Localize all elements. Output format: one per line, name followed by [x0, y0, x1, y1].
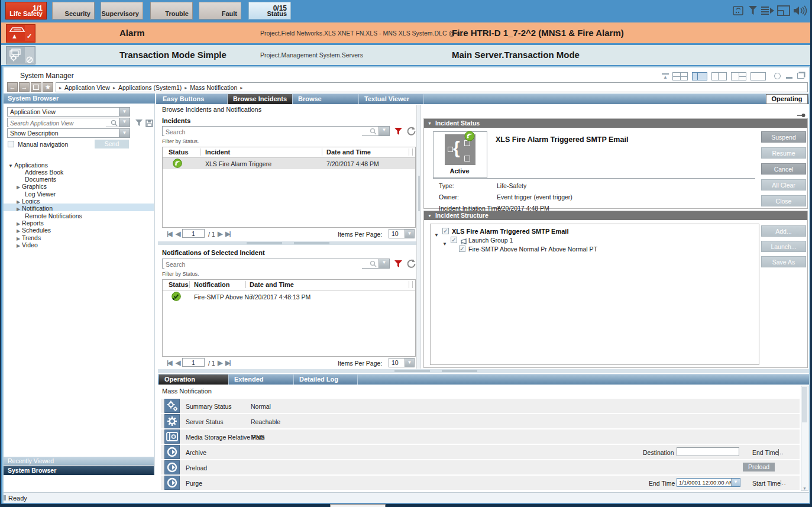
- tree-item-graphics[interactable]: Graphics: [17, 183, 47, 190]
- chevron-down-icon[interactable]: [119, 129, 130, 137]
- notifications-search[interactable]: [162, 259, 390, 269]
- tree-item-applications[interactable]: Applications: [8, 162, 48, 169]
- operating-mode-button[interactable]: Operating: [766, 94, 808, 104]
- suspend-button[interactable]: Suspend: [761, 131, 806, 143]
- layout-split-icon[interactable]: [711, 72, 727, 80]
- structure-leaf-label[interactable]: Fire-SMTP Above Normal Pr Above Normal P…: [468, 246, 597, 253]
- tree-item-reports[interactable]: Reports: [17, 219, 44, 227]
- system-browser-bar[interactable]: System Browser: [4, 466, 154, 475]
- expander-icon[interactable]: [17, 183, 20, 190]
- tab-browse-incidents[interactable]: Browse Incidents: [228, 94, 293, 104]
- table-row[interactable]: Fire-SMTP Above No: 7/20/2017 4:48:13 PM: [163, 290, 415, 302]
- structure-checkbox[interactable]: [451, 237, 457, 243]
- prev-page-icon[interactable]: [176, 230, 180, 238]
- tree-item-notification[interactable]: Notification: [17, 205, 53, 212]
- destination-input[interactable]: [677, 447, 739, 456]
- cancel-button[interactable]: Cancel: [761, 163, 806, 175]
- structure-checkbox[interactable]: [459, 246, 465, 252]
- structure-checkbox[interactable]: [442, 228, 449, 234]
- incidents-search[interactable]: [162, 126, 390, 136]
- end-time-select[interactable]: 1/1/0001 12:00:00 AM: [677, 478, 740, 487]
- description-dropdown[interactable]: Show Description: [7, 128, 130, 138]
- items-per-page-select[interactable]: 10: [389, 358, 415, 367]
- next-page-icon[interactable]: [218, 230, 222, 238]
- tree-item-documents[interactable]: Documents: [25, 176, 56, 183]
- next-page-icon[interactable]: [218, 359, 222, 367]
- chevron-down-icon[interactable]: [378, 259, 389, 268]
- layout-grid4-icon[interactable]: [672, 72, 688, 80]
- search-icon[interactable]: [111, 120, 118, 128]
- send-button[interactable]: Send: [95, 140, 129, 148]
- resume-button[interactable]: Resume: [761, 147, 806, 159]
- first-page-icon[interactable]: [167, 230, 172, 238]
- filter-active-icon[interactable]: [394, 260, 403, 271]
- prev-page-icon[interactable]: [176, 359, 180, 367]
- tree-filter-icon[interactable]: [135, 119, 143, 130]
- bottom-scrollbar[interactable]: ▼: [801, 386, 808, 491]
- alarm-banner[interactable]: ▲ ✓ Alarm Project.Field Networks.XLS XNE…: [1, 22, 810, 43]
- layout-grid2-icon[interactable]: [731, 72, 746, 80]
- incident-status-header[interactable]: Incident Status: [424, 119, 807, 128]
- chevron-down-icon[interactable]: [405, 230, 414, 238]
- launch-button[interactable]: Launch...: [761, 241, 806, 252]
- trouble-button[interactable]: Trouble: [150, 2, 193, 20]
- ellipsis-icon[interactable]: ..: [778, 449, 784, 456]
- tab-easy-buttons[interactable]: Easy Buttons: [157, 94, 228, 104]
- preload-button[interactable]: Preload: [743, 463, 775, 472]
- expander-icon[interactable]: [17, 205, 20, 212]
- event-summary-icon[interactable]: [733, 5, 746, 16]
- layout-left-pane-icon[interactable]: [692, 72, 707, 80]
- expander-icon[interactable]: [434, 228, 439, 239]
- scrollbar-thumb[interactable]: [802, 387, 807, 422]
- restore-icon[interactable]: [797, 73, 804, 79]
- search-icon[interactable]: [370, 128, 377, 136]
- tab-extended-operation[interactable]: Extended Operation: [229, 374, 294, 385]
- status-button[interactable]: 0/15 Status: [248, 2, 291, 20]
- window-layout-icon[interactable]: [777, 5, 790, 16]
- search-input[interactable]: [164, 260, 362, 269]
- table-header[interactable]: Status Notification Date and Time: [163, 280, 415, 290]
- incident-structure-header[interactable]: Incident Structure: [424, 211, 807, 220]
- tree-item-remote-notifications[interactable]: Remote Notifications: [25, 212, 82, 219]
- back-icon[interactable]: ←: [7, 82, 18, 92]
- refresh-icon[interactable]: [406, 259, 416, 271]
- breadcrumb-item[interactable]: Mass Notification: [190, 84, 237, 91]
- supervisory-button[interactable]: Supervisory: [101, 2, 143, 20]
- save-as-button[interactable]: Save As: [761, 256, 806, 267]
- filter-icon[interactable]: [748, 5, 761, 16]
- manual-navigation-checkbox[interactable]: [8, 141, 14, 147]
- last-page-icon[interactable]: [225, 359, 230, 367]
- expander-icon[interactable]: [8, 162, 13, 169]
- tab-detailed-log[interactable]: Detailed Log: [294, 374, 358, 385]
- chevron-down-icon[interactable]: [378, 127, 389, 135]
- filter-active-icon[interactable]: [394, 127, 403, 138]
- tree-item-address-book[interactable]: Address Book: [25, 169, 63, 176]
- expander-icon[interactable]: [442, 237, 447, 248]
- pin-window-icon[interactable]: [774, 73, 781, 79]
- page-input[interactable]: [182, 229, 205, 238]
- expander-icon[interactable]: [17, 219, 20, 227]
- minimize-icon[interactable]: [786, 77, 792, 79]
- tab-textual-viewer[interactable]: Textual Viewer: [359, 94, 424, 104]
- vertical-splitter[interactable]: [416, 105, 421, 369]
- tree-item-trends[interactable]: Trends: [17, 234, 41, 241]
- tab-operation[interactable]: Operation: [159, 374, 229, 385]
- refresh-icon[interactable]: [406, 126, 416, 138]
- breadcrumb[interactable]: Application ViewApplications (System1)Ma…: [56, 82, 808, 92]
- speaker-icon[interactable]: [792, 5, 805, 15]
- ellipsis-icon[interactable]: ..: [781, 480, 787, 486]
- view-dropdown[interactable]: Application View: [7, 107, 130, 117]
- fault-button[interactable]: Fault: [199, 2, 241, 20]
- recently-viewed-bar[interactable]: Recently Viewed: [4, 457, 154, 465]
- life-safety-button[interactable]: 1/1 Life Safety: [5, 2, 47, 20]
- history-icon[interactable]: [31, 82, 41, 92]
- collapse-icon[interactable]: ▲: [662, 73, 669, 80]
- horizontal-splitter[interactable]: [158, 241, 419, 245]
- bottom-splitter[interactable]: [158, 369, 809, 373]
- tree-item-video[interactable]: Video: [17, 241, 38, 248]
- search-input[interactable]: [164, 127, 362, 136]
- layout-single-icon[interactable]: [750, 72, 766, 80]
- table-header[interactable]: Status Incident Date and Time: [163, 147, 415, 158]
- sidebar-search[interactable]: [7, 118, 130, 127]
- table-row[interactable]: XLS Fire Alarm Triggere 7/20/2017 4:48 P…: [163, 158, 415, 169]
